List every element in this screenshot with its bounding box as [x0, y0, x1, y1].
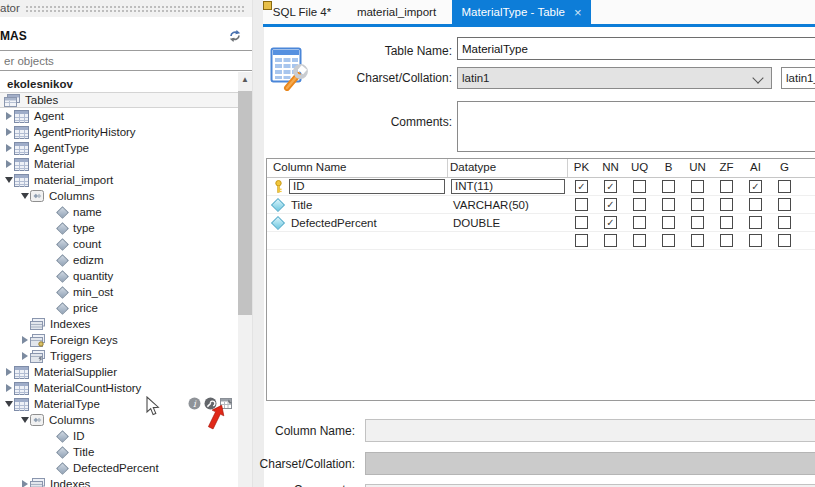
tree-item-min-ost[interactable]: min_ost — [0, 284, 238, 300]
expand-arrow-icon[interactable] — [19, 480, 30, 487]
checkbox-b[interactable] — [662, 180, 675, 193]
checkbox-zf[interactable] — [720, 180, 733, 193]
collapse-arrow-icon[interactable] — [3, 177, 14, 183]
column-name-cell[interactable]: DefectedPercent — [289, 217, 447, 229]
info-icon[interactable]: i — [188, 397, 202, 411]
checkbox-ai[interactable] — [749, 216, 762, 229]
filter-objects-input[interactable] — [0, 50, 260, 71]
column-name-cell[interactable]: Title — [289, 199, 447, 211]
detail-column-name-input[interactable] — [365, 419, 815, 442]
expand-arrow-icon[interactable] — [3, 128, 14, 136]
grid-body: IDINT(11)✓✓✓TitleVARCHAR(50)✓DefectedPer… — [267, 178, 815, 250]
collapse-arrow-icon[interactable] — [19, 193, 30, 199]
collapse-arrow-icon[interactable] — [19, 417, 30, 423]
name-editbox[interactable]: ID — [289, 179, 445, 194]
tab-material-import[interactable]: material_import — [341, 0, 452, 24]
panel-grip-texture — [25, 5, 246, 14]
checkbox-un[interactable] — [691, 198, 704, 211]
close-icon[interactable]: × — [574, 6, 582, 19]
tree-item-agenttype[interactable]: AgentType — [0, 140, 238, 156]
scrollbar-thumb[interactable] — [238, 91, 252, 315]
table-row[interactable]: TitleVARCHAR(50)✓ — [267, 196, 815, 214]
datatype-cell[interactable]: VARCHAR(50) — [447, 199, 567, 211]
fk-icon — [30, 334, 45, 347]
refresh-icon[interactable] — [227, 29, 243, 43]
checkbox-nn[interactable]: ✓ — [604, 216, 617, 229]
checkbox-pk[interactable] — [575, 216, 588, 229]
expand-arrow-icon[interactable] — [3, 368, 14, 376]
table-row[interactable] — [267, 232, 815, 250]
checkbox-pk[interactable] — [575, 234, 588, 247]
checkbox-zf[interactable] — [720, 198, 733, 211]
tree-item-count[interactable]: count — [0, 236, 238, 252]
tree-item-foreign-keys[interactable]: Foreign Keys — [0, 332, 238, 348]
checkbox-un[interactable] — [691, 234, 704, 247]
column-name-cell[interactable]: ID — [289, 179, 447, 194]
tree-item-ekolesnikov[interactable]: ekolesnikov — [0, 76, 238, 92]
tree-item-agentpriorityhistory[interactable]: AgentPriorityHistory — [0, 124, 238, 140]
expand-arrow-icon[interactable] — [19, 336, 30, 344]
tab-materialtype-table[interactable]: MaterialType - Table× — [452, 0, 591, 24]
checkbox-pk[interactable] — [575, 198, 588, 211]
tree-item-triggers[interactable]: Triggers — [0, 348, 238, 364]
tab-sql-file-4[interactable]: SQL File 4* — [263, 0, 341, 24]
checkbox-un[interactable] — [691, 216, 704, 229]
tree-item-materialcounthistory[interactable]: MaterialCountHistory — [0, 380, 238, 396]
expand-arrow-icon[interactable] — [3, 112, 14, 120]
tree-item-type[interactable]: type — [0, 220, 238, 236]
checkbox-b[interactable] — [662, 198, 675, 211]
expand-arrow-icon[interactable] — [19, 352, 30, 360]
checkbox-nn[interactable]: ✓ — [604, 198, 617, 211]
checkbox-zf[interactable] — [720, 216, 733, 229]
tree-item-agent[interactable]: Agent — [0, 108, 238, 124]
tree-item-price[interactable]: price — [0, 300, 238, 316]
checkbox-uq[interactable] — [633, 234, 646, 247]
expand-arrow-icon[interactable] — [3, 384, 14, 392]
checkbox-b[interactable] — [662, 216, 675, 229]
datatype-editbox[interactable]: INT(11) — [451, 179, 565, 194]
table-row[interactable]: IDINT(11)✓✓✓ — [267, 178, 815, 196]
checkbox-ai[interactable] — [749, 198, 762, 211]
tree-item-tables[interactable]: Tables — [0, 92, 238, 108]
checkbox-g[interactable] — [778, 198, 791, 211]
collapse-arrow-icon[interactable] — [3, 401, 14, 407]
tree-item-edizm[interactable]: edizm — [0, 252, 238, 268]
detail-charset-input[interactable] — [365, 452, 815, 475]
table-name-input[interactable] — [457, 37, 815, 60]
expand-arrow-icon[interactable] — [3, 160, 14, 168]
table-icon — [14, 126, 29, 139]
scrollbar-up-icon[interactable]: ▲ — [238, 72, 252, 87]
tree-item-materialtype[interactable]: MaterialTypei — [0, 396, 238, 412]
checkbox-zf[interactable] — [720, 234, 733, 247]
tree-item-quantity[interactable]: quantity — [0, 268, 238, 284]
tree-item-materialsupplier[interactable]: MaterialSupplier — [0, 364, 238, 380]
charset-dropdown[interactable]: latin1 — [457, 67, 772, 89]
tree-item-material[interactable]: Material — [0, 156, 238, 172]
comments-textarea[interactable] — [457, 101, 815, 152]
tree-item-label: name — [73, 206, 102, 218]
tree-item-columns[interactable]: Columns — [0, 188, 238, 204]
checkbox-uq[interactable] — [633, 198, 646, 211]
panel-splitter[interactable] — [252, 0, 264, 487]
checkbox-g[interactable] — [778, 180, 791, 193]
checkbox-nn[interactable]: ✓ — [604, 180, 617, 193]
table-row[interactable]: DefectedPercentDOUBLE✓ — [267, 214, 815, 232]
checkbox-g[interactable] — [778, 234, 791, 247]
datatype-cell[interactable]: DOUBLE — [447, 217, 567, 229]
checkbox-pk[interactable]: ✓ — [575, 180, 588, 193]
tree-item-indexes[interactable]: Indexes — [0, 316, 238, 332]
checkbox-uq[interactable] — [633, 180, 646, 193]
tree-item-name[interactable]: name — [0, 204, 238, 220]
checkbox-b[interactable] — [662, 234, 675, 247]
checkbox-ai[interactable]: ✓ — [749, 180, 762, 193]
collation-dropdown[interactable]: latin1_ — [781, 67, 815, 89]
datatype-cell[interactable]: INT(11) — [447, 179, 567, 194]
checkbox-ai[interactable] — [749, 234, 762, 247]
checkbox-g[interactable] — [778, 216, 791, 229]
expand-arrow-icon[interactable] — [3, 144, 14, 152]
checkbox-uq[interactable] — [633, 216, 646, 229]
checkbox-un[interactable] — [691, 180, 704, 193]
checkbox-nn[interactable] — [604, 234, 617, 247]
tab-strip: SQL File 4*material_importMaterialType -… — [263, 0, 815, 27]
tree-item-material-import[interactable]: material_import — [0, 172, 238, 188]
